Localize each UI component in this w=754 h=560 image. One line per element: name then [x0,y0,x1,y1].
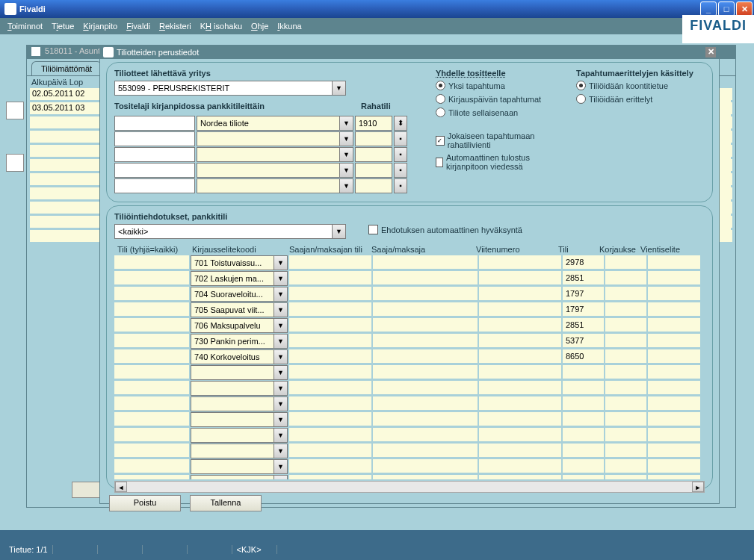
cell-korjaus[interactable] [605,396,646,410]
cell-tili1[interactable] [114,302,189,316]
menu-rekisteri[interactable]: Rekisteri [155,20,196,32]
cell-tili2[interactable] [563,475,604,479]
drop-icon[interactable]: ▼ [274,318,288,333]
cell-tili2[interactable] [563,349,604,363]
cell-vientiselite[interactable] [648,318,700,332]
drop-icon[interactable]: ▼ [274,475,288,479]
cell-saaja[interactable] [373,271,478,284]
cell-korjaus[interactable] [605,349,646,363]
cell-saaja[interactable] [373,302,478,316]
filter-drop-icon[interactable]: ▼ [333,224,346,239]
cell-viite[interactable] [479,381,561,394]
cell-tili1[interactable] [114,428,189,441]
cell-tili2[interactable] [563,318,604,332]
cell-kirj-combo[interactable]: ▼ [191,349,288,364]
cell-kirj-input[interactable] [191,444,274,458]
cell-kirj-input[interactable] [191,381,274,396]
company-input[interactable] [114,81,333,96]
cell-tili1[interactable] [114,318,189,332]
cell-korjaus[interactable] [605,412,646,426]
cell-kirj-combo[interactable]: ▼ [191,444,288,458]
rahatili-picker-button[interactable]: ▪ [394,163,407,178]
cell-tili1[interactable] [114,396,189,410]
cell-saaja[interactable] [373,365,478,379]
cell-tili2[interactable] [563,428,604,441]
drop-icon[interactable]: ▼ [274,302,288,317]
cell-vientiselite[interactable] [648,271,700,284]
drop-icon[interactable]: ▼ [274,365,288,380]
bank-name-input[interactable] [197,131,340,146]
cell-viite[interactable] [479,271,561,284]
cell-kirj-combo[interactable]: ▼ [191,381,288,396]
cell-tili1[interactable] [114,412,189,426]
cell-viite[interactable] [479,444,561,457]
cell-kirj-combo[interactable]: ▼ [191,287,288,302]
bank-name-input[interactable] [197,178,340,193]
company-combo[interactable]: ▼ [114,81,346,96]
cell-vientiselite[interactable] [648,365,700,379]
cell-viite[interactable] [479,396,561,410]
poistu-button[interactable]: Poistu [109,495,181,511]
bank-name-input[interactable] [197,163,340,178]
cell-vientiselite[interactable] [648,412,700,426]
cell-kirj-combo[interactable]: ▼ [191,475,288,479]
bank-name-input[interactable] [197,147,340,162]
drop-icon[interactable]: ▼ [340,116,353,131]
cell-vientiselite[interactable] [648,396,700,410]
cell-tili1[interactable] [114,349,189,363]
cell-tili1[interactable] [114,381,189,394]
cell-saaja[interactable] [373,381,478,394]
filter-combo[interactable]: ▼ [114,224,346,239]
drop-icon[interactable]: ▼ [274,334,288,349]
cell-vientiselite[interactable] [648,255,700,269]
check-auto-hyvaksynta[interactable]: Ehdotuksen automaattinen hyväksyntä [368,225,522,234]
drop-icon[interactable]: ▼ [274,428,288,443]
cell-kirj-input[interactable] [191,349,274,364]
menu-fivaldi[interactable]: Fivaldi [122,20,155,32]
cell-korjaus[interactable] [605,428,646,441]
cell-saajan-tili[interactable] [289,412,371,426]
close-button[interactable]: ✕ [736,1,753,16]
cell-kirj-input[interactable] [191,428,274,443]
rahatili-input[interactable] [355,147,392,162]
cell-korjaus[interactable] [605,334,646,347]
cell-kirj-combo[interactable]: ▼ [191,302,288,317]
rahatili-input[interactable] [355,163,392,178]
drop-icon[interactable]: ▼ [340,131,353,146]
cell-saaja[interactable] [373,255,478,269]
scroll-right-icon[interactable]: ► [692,482,704,492]
cell-tili1[interactable] [114,475,189,479]
rahatili-picker-button[interactable]: ⬍ [394,116,407,131]
cell-viite[interactable] [479,459,561,473]
cell-viite[interactable] [479,475,561,479]
menu-ohje[interactable]: Ohje [247,20,273,32]
bank-acct-input[interactable] [114,178,195,193]
cell-saaja[interactable] [373,444,478,457]
cell-kirj-combo[interactable]: ▼ [191,412,288,427]
cell-korjaus[interactable] [605,255,646,269]
drop-icon[interactable]: ▼ [340,163,353,178]
cell-kirj-input[interactable] [191,255,274,270]
cell-kirj-combo[interactable]: ▼ [191,334,288,349]
cell-kirj-input[interactable] [191,318,274,333]
cell-tili2[interactable] [563,444,604,457]
cell-saajan-tili[interactable] [289,349,371,363]
cell-kirj-input[interactable] [191,334,274,349]
cell-vientiselite[interactable] [648,459,700,473]
cell-saaja[interactable] [373,396,478,410]
filter-input[interactable] [114,224,333,239]
cell-tili1[interactable] [114,334,189,347]
cell-saaja[interactable] [373,349,478,363]
cell-viite[interactable] [479,349,561,363]
rahatili-picker-button[interactable]: ▪ [394,147,407,162]
rahatili-input[interactable] [355,178,392,193]
cell-korjaus[interactable] [605,302,646,316]
grid-hscroll[interactable]: ◄ ► [114,481,705,493]
bank-name-combo[interactable]: ▼ [197,131,353,146]
drop-icon[interactable]: ▼ [340,178,353,193]
sidebar-print-icon[interactable] [6,154,24,172]
cell-tili2[interactable] [563,459,604,473]
cell-vientiselite[interactable] [648,287,700,300]
cell-tili2[interactable] [563,287,604,300]
sidebar-action-icon[interactable] [6,102,24,119]
